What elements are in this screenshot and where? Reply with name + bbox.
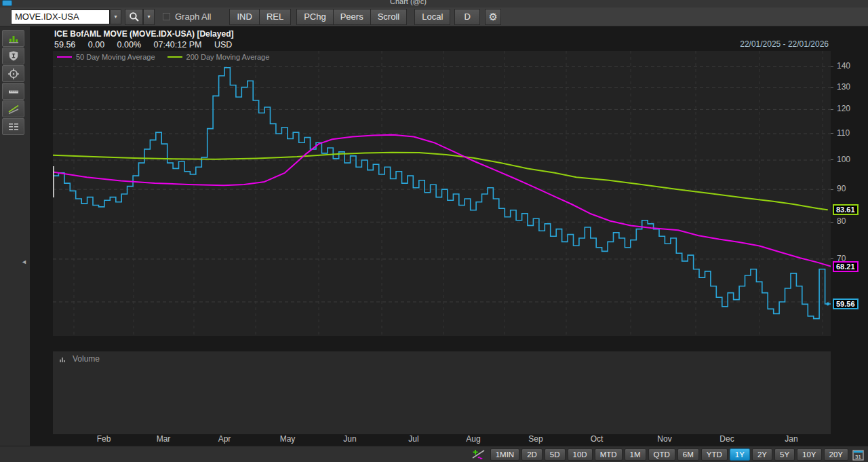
alerts-shield-button[interactable] xyxy=(2,47,24,64)
legend-item: 200 Day Moving Average xyxy=(167,53,270,61)
period-button-1y[interactable]: 1Y xyxy=(730,448,750,461)
chart-style-button[interactable] xyxy=(2,30,24,47)
period-button-5d[interactable]: 5D xyxy=(545,448,566,461)
period-button-10d[interactable]: 10D xyxy=(568,448,593,461)
price-chart-pane[interactable]: 50 Day Moving Average200 Day Moving Aver… xyxy=(53,51,831,336)
month-label: Feb xyxy=(92,434,115,444)
window-title: Chart (@c) xyxy=(390,0,427,5)
price-step-line xyxy=(53,68,831,319)
month-label: Jul xyxy=(402,434,425,444)
add-indicator-button[interactable] xyxy=(471,448,486,460)
graph-all-checkbox[interactable] xyxy=(163,13,170,20)
y-axis-tick xyxy=(831,222,833,223)
y-axis-tick xyxy=(831,87,833,88)
local-button[interactable]: Local xyxy=(414,9,450,25)
ma200-line xyxy=(53,153,827,210)
period-button-2y[interactable]: 2Y xyxy=(752,448,772,461)
rel-button[interactable]: REL xyxy=(260,9,291,25)
main-toolbar: ▾ ▾ Graph All IND REL PChg Peers Scroll … xyxy=(0,7,868,26)
search-button[interactable] xyxy=(125,9,143,25)
price-chart-canvas xyxy=(53,51,831,336)
month-label: May xyxy=(276,434,299,444)
y-axis-label: 90 xyxy=(837,184,846,193)
last-price: 59.56 xyxy=(54,40,75,50)
period-button-qtd[interactable]: QTD xyxy=(648,448,675,461)
ticker-dropdown-arrow-icon[interactable]: ▾ xyxy=(110,9,121,24)
search-dropdown-arrow-icon[interactable]: ▾ xyxy=(143,9,155,25)
month-label: Apr xyxy=(213,434,236,444)
volume-label: Volume xyxy=(73,354,100,364)
y-axis-tick xyxy=(831,133,833,134)
period-button-mtd[interactable]: MTD xyxy=(595,448,623,461)
crosshair-button[interactable] xyxy=(2,65,24,82)
quote-grid-button[interactable] xyxy=(2,118,24,135)
period-button-20y[interactable]: 20Y xyxy=(824,448,848,461)
period-button-2d[interactable]: 2D xyxy=(521,448,542,461)
price-change: 0.00 xyxy=(88,40,104,50)
price-axis[interactable]: 14013012011010090807083.6168.2159.56 xyxy=(831,51,868,336)
legend-label: 200 Day Moving Average xyxy=(186,53,270,61)
shield-icon xyxy=(8,50,19,62)
ruler-icon xyxy=(7,86,20,97)
quote-currency: USD xyxy=(214,40,232,50)
y-axis-label: 140 xyxy=(837,61,850,71)
calendar-icon: 31 xyxy=(852,448,864,461)
quote-time: 07:40:12 PM xyxy=(154,40,202,50)
legend-swatch xyxy=(167,56,182,58)
y-axis-tick xyxy=(831,189,833,190)
settings-button[interactable]: ⚙ xyxy=(485,9,501,25)
y-axis-tick xyxy=(831,258,833,259)
legend-label: 50 Day Moving Average xyxy=(76,53,155,61)
app-icon xyxy=(2,0,12,6)
period-button-6m[interactable]: 6M xyxy=(677,448,699,461)
y-axis-tick xyxy=(831,66,833,67)
month-label: Nov xyxy=(653,434,676,444)
collapse-panel-arrow-icon[interactable]: ◄ xyxy=(21,257,29,267)
period-button-10y[interactable]: 10Y xyxy=(797,448,821,461)
chart-style-icon xyxy=(7,33,20,44)
legend-swatch xyxy=(57,56,72,58)
period-button-ytd[interactable]: YTD xyxy=(701,448,728,461)
y-axis-label: 100 xyxy=(837,155,850,164)
instrument-title: ICE BofAML MOVE (MOVE.IDX-USA) [Delayed] xyxy=(54,29,233,39)
window-titlebar: Chart (@c) xyxy=(0,0,868,7)
price-change-pct: 0.00% xyxy=(117,40,141,50)
y-axis-tick xyxy=(831,109,833,110)
calendar-button[interactable]: 31 xyxy=(852,448,864,461)
quote-values: 59.56 0.00 0.00% 07:40:12 PM USD xyxy=(54,40,242,50)
y-axis-tick xyxy=(831,159,833,160)
month-label: Oct xyxy=(585,434,608,444)
date-range: 22/01/2025 - 22/01/2026 xyxy=(740,39,829,49)
pchg-button[interactable]: PChg xyxy=(296,9,334,25)
measure-button[interactable] xyxy=(2,83,24,100)
crosshair-icon xyxy=(7,68,20,80)
trendline-button[interactable] xyxy=(2,100,24,117)
scroll-button[interactable]: Scroll xyxy=(371,9,408,25)
ticker-input[interactable] xyxy=(11,9,110,24)
add-indicator-icon xyxy=(471,448,486,460)
month-label: Jun xyxy=(338,434,361,444)
chart-cursor-mark xyxy=(53,166,54,197)
quote-grid-icon xyxy=(7,122,20,132)
period-button-1m[interactable]: 1M xyxy=(625,448,646,461)
period-button-1min[interactable]: 1MIN xyxy=(490,448,519,461)
graph-all-checkbox-group: Graph All xyxy=(163,12,211,22)
mode-group: PChg Peers Scroll xyxy=(296,9,407,25)
legend-item: 50 Day Moving Average xyxy=(57,53,155,61)
volume-pane[interactable]: Volume xyxy=(53,351,831,434)
y-axis-label: 80 xyxy=(837,216,846,226)
frequency-button[interactable]: D xyxy=(454,9,480,25)
ind-button[interactable]: IND xyxy=(229,9,259,25)
svg-text:31: 31 xyxy=(855,453,861,459)
left-sidebar: ◄ xyxy=(0,26,30,446)
trendline-icon xyxy=(7,104,20,115)
period-toolbar: 1MIN2D5D10DMTD1MQTD6MYTD1Y2Y5Y10Y20Y 31 xyxy=(0,446,868,462)
ind-rel-group: IND REL xyxy=(229,9,291,25)
y-axis-label: 120 xyxy=(837,104,850,113)
chart-legend: 50 Day Moving Average200 Day Moving Aver… xyxy=(57,53,281,61)
time-axis[interactable]: FebMarAprMayJunJulAugSepOctNovDecJan xyxy=(53,434,831,445)
month-label: Dec xyxy=(715,434,738,444)
period-button-5y[interactable]: 5Y xyxy=(774,448,795,461)
month-label: Mar xyxy=(152,434,175,444)
peers-button[interactable]: Peers xyxy=(334,9,371,25)
